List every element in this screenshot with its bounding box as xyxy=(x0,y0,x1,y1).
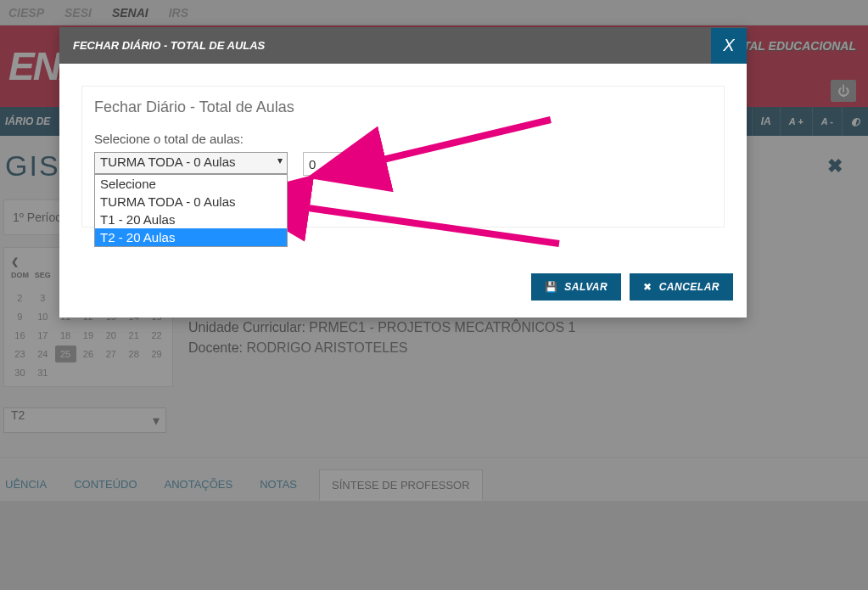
aulas-option[interactable]: T2 - 20 Aulas xyxy=(95,228,287,246)
aulas-number-input[interactable] xyxy=(303,152,364,176)
modal-panel-title: Fechar Diário - Total de Aulas xyxy=(94,98,712,116)
cancel-button[interactable]: ✖CANCELAR xyxy=(630,273,733,301)
annotation-arrow-1 xyxy=(364,116,559,179)
svg-line-0 xyxy=(372,120,551,162)
modal-close-button[interactable]: X xyxy=(711,28,747,64)
aulas-select-dropdown: SelecioneTURMA TODA - 0 AulasT1 - 20 Aul… xyxy=(94,174,288,247)
save-icon: 💾 xyxy=(545,281,558,293)
modal-header: FECHAR DIÁRIO - TOTAL DE AULAS X xyxy=(59,27,747,64)
annotation-arrow-2 xyxy=(288,191,568,262)
close-icon: ✖ xyxy=(643,281,652,293)
aulas-option[interactable]: T1 - 20 Aulas xyxy=(95,211,287,228)
aulas-select[interactable]: TURMA TODA - 0 Aulas xyxy=(94,152,288,174)
svg-line-1 xyxy=(296,206,559,244)
modal: FECHAR DIÁRIO - TOTAL DE AULAS X Fechar … xyxy=(59,27,747,317)
modal-select-label: Selecione o total de aulas: xyxy=(94,132,244,146)
modal-footer: 💾SALVAR ✖CANCELAR xyxy=(59,261,747,317)
aulas-option[interactable]: Selecione xyxy=(95,175,287,193)
modal-title: FECHAR DIÁRIO - TOTAL DE AULAS xyxy=(73,39,265,52)
aulas-option[interactable]: TURMA TODA - 0 Aulas xyxy=(95,193,287,211)
save-button[interactable]: 💾SALVAR xyxy=(531,273,621,301)
